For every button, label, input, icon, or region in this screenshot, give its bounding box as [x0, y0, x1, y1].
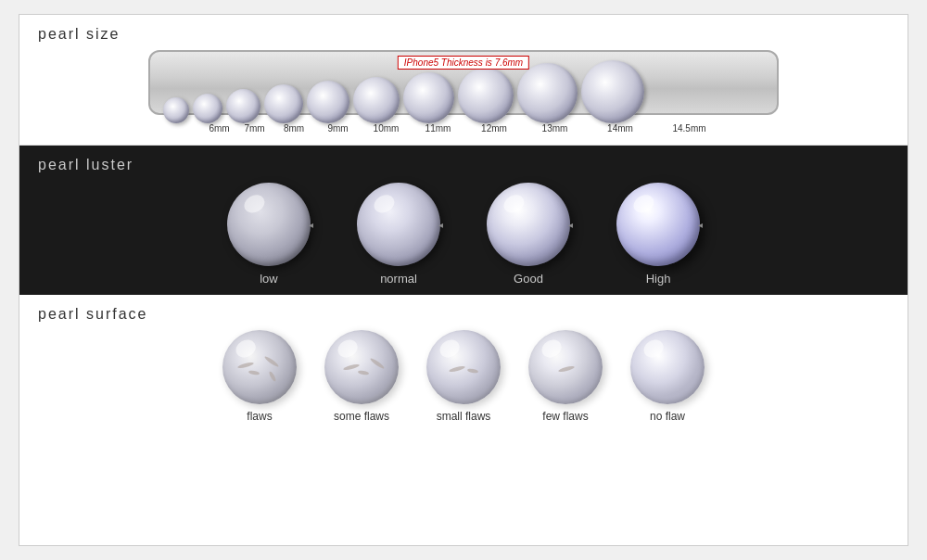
luster-label-normal: normal: [380, 272, 417, 286]
luster-items: ◂low◂normal◂Good◂High: [38, 183, 889, 286]
surface-pearl-flaws: [222, 330, 297, 404]
surface-label-few-flaws: few flaws: [542, 410, 588, 423]
size-pearl-11mm: [353, 77, 400, 123]
pearl-shine: [501, 191, 527, 216]
size-pearl-14mm: [517, 63, 578, 123]
luster-pearl-wrap-normal: ◂: [357, 183, 440, 266]
size-pearl-10mm: [307, 81, 349, 123]
surface-item-some-flaws: some flaws: [324, 330, 399, 423]
size-title: pearl size: [38, 26, 889, 43]
pearl-shine-3: [539, 337, 565, 361]
surface-item-few-flaws: few flaws: [528, 330, 603, 423]
luster-label-low: low: [260, 272, 278, 286]
pearls-in-phone: [163, 42, 644, 123]
pearl-surface-section: pearl surface flawssome flawssmall flaws…: [19, 295, 908, 545]
size-label-14.5mm: 14.5mm: [672, 123, 705, 134]
size-label-11mm: 11mm: [425, 123, 451, 134]
luster-pearl-high: [616, 183, 700, 266]
flaw-mark-0-3: [268, 371, 276, 382]
surface-item-no-flaw: no flaw: [630, 330, 705, 423]
luster-pearl-normal: [357, 183, 440, 266]
flaw-mark-0-2: [263, 355, 279, 368]
size-label-7mm: 7mm: [244, 123, 264, 134]
surface-pearl-no-flaw: [630, 330, 705, 404]
size-label-6mm: 6mm: [209, 123, 229, 134]
pearl-size-section: pearl size IPhone5 Thickness is 7.6mm 6m…: [19, 15, 908, 146]
luster-title: pearl luster: [38, 157, 889, 173]
flaw-mark-0-0: [237, 362, 254, 370]
luster-item-high: ◂High: [616, 183, 700, 286]
luster-arrow-low: ◂: [309, 220, 318, 229]
size-pearl-9mm: [264, 84, 303, 123]
luster-label-good: Good: [514, 272, 543, 286]
luster-arrow-normal: ◂: [438, 220, 448, 229]
luster-pearl-low: [227, 183, 311, 266]
luster-pearl-wrap-high: ◂: [616, 183, 700, 266]
flaw-mark-2-0: [449, 365, 465, 374]
luster-label-high: High: [646, 272, 671, 286]
surface-label-some-flaws: some flaws: [334, 410, 389, 423]
luster-item-good: ◂Good: [487, 183, 570, 286]
flaw-mark-0-1: [248, 370, 260, 375]
size-label-10mm: 10mm: [374, 123, 400, 134]
flaw-mark-2-1: [467, 368, 479, 374]
pearl-shine-2: [437, 337, 463, 361]
surface-items: flawssome flawssmall flawsfew flawsno fl…: [38, 330, 889, 423]
pearl-luster-section: pearl luster ◂low◂normal◂Good◂High: [19, 146, 908, 295]
luster-item-low: ◂low: [227, 183, 311, 286]
size-pearl-6mm: [163, 97, 189, 123]
surface-pearl-some-flaws: [324, 330, 399, 404]
pearl-shine-1: [335, 337, 361, 361]
surface-pearl-small-flaws: [426, 330, 501, 404]
phone-label: IPhone5 Thickness is 7.6mm: [398, 56, 529, 70]
luster-pearl-wrap-low: ◂: [227, 183, 311, 266]
main-container: pearl size IPhone5 Thickness is 7.6mm 6m…: [19, 14, 908, 546]
surface-label-small-flaws: small flaws: [437, 410, 491, 423]
luster-pearl-wrap-good: ◂: [487, 183, 570, 266]
surface-title: pearl surface: [38, 306, 889, 323]
luster-item-normal: ◂normal: [357, 183, 440, 286]
surface-pearl-few-flaws: [528, 330, 603, 404]
size-label-9mm: 9mm: [327, 123, 348, 134]
pearl-shine-4: [641, 337, 667, 361]
luster-arrow-good: ◂: [568, 220, 578, 229]
size-visual: IPhone5 Thickness is 7.6mm 6mm7mm8mm9mm1…: [38, 50, 889, 135]
flaw-mark-3-0: [558, 365, 575, 374]
luster-pearl-good: [487, 183, 570, 266]
pearl-shine: [371, 191, 397, 216]
surface-item-flaws: flaws: [222, 330, 297, 423]
pearl-shine: [630, 191, 656, 216]
size-pearl-12mm: [403, 72, 454, 123]
phone-body: IPhone5 Thickness is 7.6mm: [148, 50, 779, 115]
pearl-shine: [241, 191, 267, 216]
surface-label-flaws: flaws: [247, 410, 272, 423]
flaw-mark-1-2: [369, 357, 385, 370]
pearl-shine-0: [233, 337, 259, 361]
size-label-12mm: 12mm: [481, 123, 507, 134]
size-label-13mm: 13mm: [542, 123, 568, 134]
surface-item-small-flaws: small flaws: [426, 330, 501, 423]
size-pearl-13mm: [458, 68, 514, 123]
phone-row: IPhone5 Thickness is 7.6mm: [38, 50, 889, 115]
size-label-8mm: 8mm: [284, 123, 304, 134]
surface-label-no-flaw: no flaw: [650, 410, 685, 423]
size-pearl-14.5mm: [581, 60, 644, 123]
size-pearl-8mm: [226, 89, 260, 123]
flaw-mark-1-1: [358, 370, 370, 375]
size-pearl-7mm: [193, 94, 222, 123]
size-label-14mm: 14mm: [607, 123, 633, 134]
luster-arrow-high: ◂: [698, 220, 707, 229]
